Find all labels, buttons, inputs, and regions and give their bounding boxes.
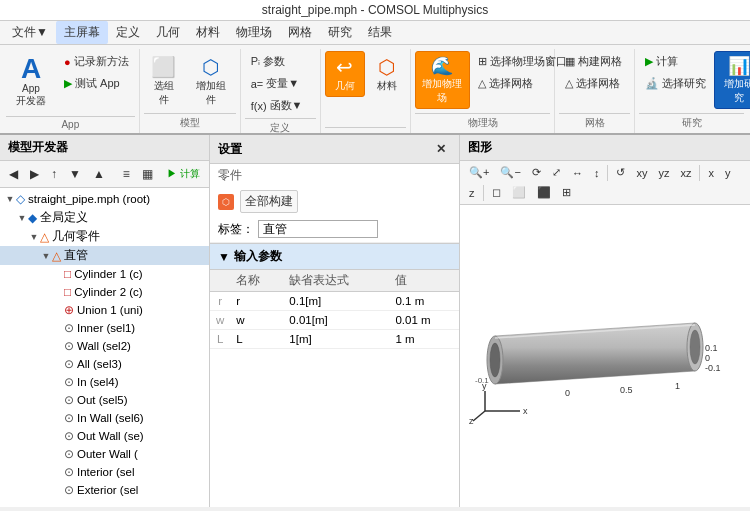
tree-item-geom-comp[interactable]: ▼△几何零件: [0, 227, 209, 246]
build-all-label: 全部构建: [245, 194, 293, 208]
variables-button[interactable]: a= 变量▼: [245, 73, 309, 94]
menu-file[interactable]: 文件▼: [4, 21, 56, 44]
view-xy-button[interactable]: xy: [631, 164, 652, 182]
tree-item-inner[interactable]: ⊙Inner (sel1): [0, 319, 209, 337]
tree-item-icon: ⊙: [64, 447, 74, 461]
compute-button[interactable]: ▶ 计算: [639, 51, 712, 72]
move-down-button[interactable]: ▼: [64, 164, 86, 184]
explode-button[interactable]: ⊞: [557, 183, 576, 202]
functions-button[interactable]: f(x) 函数▼: [245, 95, 309, 116]
tree-item-cyl2[interactable]: □Cylinder 2 (c): [0, 283, 209, 301]
mid-panel: 设置 ✕ 零件 ⬡ 全部构建 标签： ▼ 输入参数 名称: [210, 135, 460, 507]
row-num: L: [210, 330, 230, 349]
view-yz-button[interactable]: yz: [653, 164, 674, 182]
add-phys-label: 增加物理场: [421, 77, 464, 105]
fit-view-button[interactable]: ⤢: [547, 163, 566, 182]
add-study-icon: 📊: [728, 55, 750, 77]
params-button[interactable]: Pᵢ 参数: [245, 51, 309, 72]
build-mesh-button[interactable]: ▦ 构建网格: [559, 51, 628, 72]
tree-item-outerwall[interactable]: ⊙Outer Wall (: [0, 445, 209, 463]
tree-item-global[interactable]: ▼◆全局定义: [0, 208, 209, 227]
table-row[interactable]: w w 0.01[m] 0.01 m: [210, 311, 459, 330]
tree-item-root[interactable]: ▼◇straight_pipe.mph (root): [0, 190, 209, 208]
compute-tree-button[interactable]: ▶ 计算: [162, 164, 205, 184]
build-all-button[interactable]: 全部构建: [240, 190, 298, 213]
menu-mesh[interactable]: 网格: [280, 21, 320, 44]
menu-define[interactable]: 定义: [108, 21, 148, 44]
render-mode-1-button[interactable]: ◻: [487, 183, 506, 202]
grid-view-button[interactable]: ▦: [137, 164, 158, 184]
app-developer-button[interactable]: A App开发器: [6, 51, 56, 112]
svg-text:-0.1: -0.1: [705, 363, 721, 373]
pan-h-button[interactable]: ↔: [567, 164, 588, 182]
app-icon: A: [21, 55, 41, 83]
test-app-button[interactable]: ▶ 测试 App: [58, 73, 135, 94]
params-label: 参数: [263, 54, 285, 69]
tree-item-label: Cylinder 1 (c): [74, 268, 142, 280]
tree-item-label: Out (sel5): [77, 394, 128, 406]
move-up-button[interactable]: ↑: [46, 164, 62, 184]
study-settings-button[interactable]: 🔬 选择研究: [639, 73, 712, 94]
label-input[interactable]: [258, 220, 378, 238]
tree-item-outwall[interactable]: ⊙Out Wall (se): [0, 427, 209, 445]
view-z-button[interactable]: z: [464, 184, 480, 202]
tree-item-cyl1[interactable]: □Cylinder 1 (c): [0, 265, 209, 283]
tree-item-all[interactable]: ⊙All (sel3): [0, 355, 209, 373]
tree-item-straight[interactable]: ▼△直管: [0, 246, 209, 265]
add-study-button[interactable]: 📊 增加研究: [714, 51, 750, 109]
render-mode-2-button[interactable]: ⬜: [507, 183, 531, 202]
tree-item-in[interactable]: ⊙In (sel4): [0, 373, 209, 391]
menu-study[interactable]: 研究: [320, 21, 360, 44]
expand-button[interactable]: ▲: [88, 164, 110, 184]
select-mesh-button[interactable]: △ 选择网格: [559, 73, 628, 94]
test-icon: ▶: [64, 77, 72, 90]
menu-home[interactable]: 主屏幕: [56, 21, 108, 44]
ribbon-group-app-content: A App开发器 ● 记录新方法 ▶ 测试 App: [6, 49, 135, 114]
zoom-out-button[interactable]: 🔍−: [495, 163, 525, 182]
tree-item-icon: ⊙: [64, 429, 74, 443]
model-group-label: 模型: [144, 113, 236, 133]
col-num: [210, 270, 230, 292]
add-physics-button[interactable]: 🌊 增加物理场: [415, 51, 470, 109]
geometry-button[interactable]: ↩ 几何: [325, 51, 365, 97]
select-component-button[interactable]: ⬜ 选组件: [144, 51, 184, 111]
rotate-button[interactable]: ↺: [611, 163, 630, 182]
view-x-button[interactable]: x: [703, 164, 719, 182]
params-section-header[interactable]: ▼ 输入参数: [210, 243, 459, 270]
menu-physics[interactable]: 物理场: [228, 21, 280, 44]
settings-close-button[interactable]: ✕: [431, 139, 451, 159]
view-y-button[interactable]: y: [720, 164, 736, 182]
material-button[interactable]: ⬡ 材料: [367, 51, 407, 97]
tree-item-wall[interactable]: ⊙Wall (sel2): [0, 337, 209, 355]
tree-item-exterior[interactable]: ⊙Exterior (sel: [0, 481, 209, 499]
record-method-button[interactable]: ● 记录新方法: [58, 51, 135, 72]
funcs-label: 函数▼: [270, 98, 303, 113]
view-xz-button[interactable]: xz: [675, 164, 696, 182]
table-row[interactable]: L L 1[m] 1 m: [210, 330, 459, 349]
nav-back-button[interactable]: ◀: [4, 164, 23, 184]
vars-icon: a=: [251, 78, 264, 90]
bm-icon: ▦: [565, 55, 575, 68]
reset-view-button[interactable]: ⟳: [527, 163, 546, 182]
mesh-small-group: ▦ 构建网格 △ 选择网格: [559, 51, 628, 94]
menu-geometry[interactable]: 几何: [148, 21, 188, 44]
tree-item-out[interactable]: ⊙Out (sel5): [0, 391, 209, 409]
menu-material[interactable]: 材料: [188, 21, 228, 44]
ribbon-geom-mat-content: ↩ 几何 ⬡ 材料: [325, 49, 406, 125]
tree-item-union1[interactable]: ⊕Union 1 (uni): [0, 301, 209, 319]
pan-v-button[interactable]: ↕: [589, 164, 605, 182]
render-mode-3-button[interactable]: ⬛: [532, 183, 556, 202]
zoom-in-button[interactable]: 🔍+: [464, 163, 494, 182]
tree-item-interior[interactable]: ⊙Interior (sel: [0, 463, 209, 481]
menu-results[interactable]: 结果: [360, 21, 400, 44]
tree-item-inwall[interactable]: ⊙In Wall (sel6): [0, 409, 209, 427]
build-mesh-icon: ⊞: [478, 55, 487, 68]
svg-text:1: 1: [675, 381, 680, 391]
nav-forward-button[interactable]: ▶: [25, 164, 44, 184]
graphics-header: 图形: [460, 135, 750, 161]
table-row[interactable]: r r 0.1[m] 0.1 m: [210, 292, 459, 311]
tree-arrow: ▼: [40, 251, 52, 261]
add-component-button[interactable]: ⬡ 增加组件: [186, 51, 236, 111]
list-view-button[interactable]: ≡: [118, 164, 135, 184]
component-label: 零件: [218, 169, 242, 181]
